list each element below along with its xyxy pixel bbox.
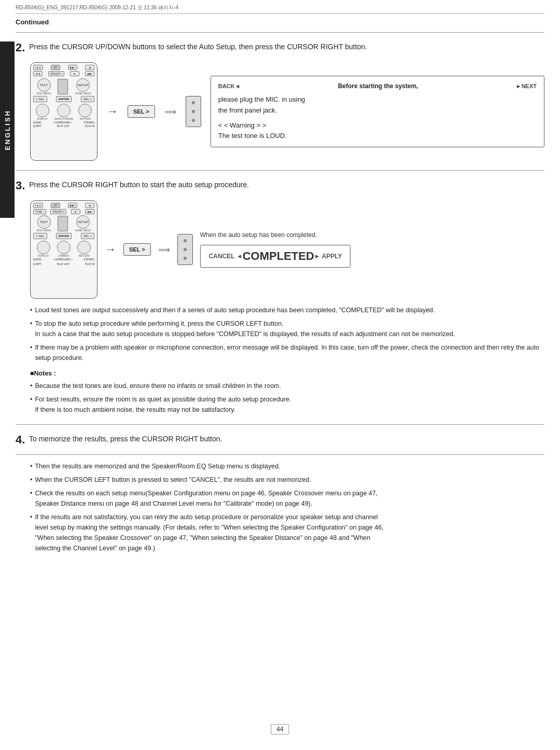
info-box-back: BACK◄ xyxy=(218,82,241,91)
header-left: RD-8504(G)_ENG_091217:RD-8504(G) 2009-12… xyxy=(16,4,178,11)
completed-label: COMPLETED xyxy=(243,249,314,263)
bullet-section-step3: • Loud test tones are output successivel… xyxy=(30,305,544,363)
bullet-dot-2: • xyxy=(30,342,32,363)
bullet4-item-3: • If the results are not satisfactory, y… xyxy=(30,512,544,553)
rc-audio-label: AUDIO xyxy=(33,121,41,124)
rc-btn-skip-fwd: ▶▶| xyxy=(68,65,77,70)
rc3-display-label: DISPLAY xyxy=(38,254,49,257)
rc-nav-row: < SEL ENTER SEL > xyxy=(33,96,94,102)
continued-label: Continued xyxy=(16,18,544,26)
rc-btn-stop: ■ xyxy=(85,65,94,70)
arrow2-step2: ⟹ xyxy=(164,107,176,117)
sel-button-step3: SEL > xyxy=(123,243,151,256)
bullet-item-2: • If there may be a problem with speaker… xyxy=(30,342,544,363)
rc-setup-group: SETUP HOME MENU xyxy=(75,78,91,95)
ri-dot-2 xyxy=(192,110,195,113)
step-3-text: Press the CURSOR RIGHT button to start t… xyxy=(29,180,249,189)
notes-item-1: • For best results, ensure the room is a… xyxy=(30,394,544,415)
rc3-playm-label: PLAY M xyxy=(85,262,94,266)
step-2-number: 2. xyxy=(16,41,25,54)
step-2-text: Press the CURSOR UP/DOWN buttons to sele… xyxy=(29,43,367,51)
rc-search-mode-btn xyxy=(57,104,71,117)
rc3-display-btn xyxy=(37,241,50,254)
rc3-return-group: RETURN xyxy=(77,241,91,257)
step-3-diagram: |◄◄ 4/7 ▶▶| ■ TUNE - PRESET+ ► ▶▶ TEST xyxy=(30,200,544,299)
completed-cancel: CANCEL ◄ xyxy=(209,253,243,260)
step-2-title: 2. Press the CURSOR UP/DOWN buttons to s… xyxy=(16,39,544,56)
rc3-enter-btn: ENTER xyxy=(56,233,72,239)
rc-display-group: DISPLAY xyxy=(36,104,49,120)
rc3-btn-stop: ■ xyxy=(85,203,94,208)
rc-display-btn xyxy=(36,104,49,117)
completed-apply: ► APPLY xyxy=(314,253,342,260)
rc-disc-menu-label: DISC MENU xyxy=(36,92,51,95)
step-3-number: 3. xyxy=(16,179,25,192)
notes-dot-0: • xyxy=(30,381,32,391)
rc-btn-play: ► xyxy=(70,71,79,76)
rc-display-row: DISPLAY SEARCH MODE RETURN xyxy=(33,104,94,120)
rc-playlist-label: PLAY LIST xyxy=(57,124,69,128)
ri3-dot-1 xyxy=(184,239,187,242)
step-2-diagram: |◄◄ 4/7 ▶▶| ■ ◄◄ PRESET+ ► ▶▶ TEST xyxy=(30,62,544,161)
step-2: 2. Press the CURSOR UP/DOWN buttons to s… xyxy=(16,39,544,161)
bullet-dot-0: • xyxy=(30,305,32,315)
remote-control-step2: |◄◄ 4/7 ▶▶| ■ ◄◄ PRESET+ ► ▶▶ TEST xyxy=(30,62,97,161)
rc-setup-btn: SETUP xyxy=(76,78,90,92)
info-box-body1: please plug the MIC. in using xyxy=(218,94,537,105)
sidebar-label: ENGLISH xyxy=(0,41,15,218)
notes-section: ■Notes : • Because the test tones are lo… xyxy=(30,368,544,415)
bullet4-text-3: If the results are not satisfactory, you… xyxy=(35,512,383,553)
rc-btn-skip-back: |◄◄ xyxy=(33,65,43,70)
rc3-btn-skip-back: |◄◄ xyxy=(33,203,43,208)
info-box-warning-title: < < Warning > > xyxy=(218,120,537,131)
info-box-body2: the front panel jack. xyxy=(218,105,537,116)
bullet4-item-2: • Check the results on each setup menu(S… xyxy=(30,488,544,509)
notes-text-1: For best results, ensure the room is as … xyxy=(35,394,291,415)
info-box-title: Before starting the system, xyxy=(338,81,418,91)
bullet-dot-1: • xyxy=(30,318,32,339)
rc-test-group: TEST DISC MENU xyxy=(36,78,51,95)
rc-return-label: RETURN xyxy=(80,117,91,120)
rc3-audio-row: AUDIO —SURROUND— STEREO xyxy=(33,258,94,261)
rc-return-group: RETURN xyxy=(78,104,92,120)
rc-return-btn xyxy=(78,104,92,117)
rc3-setup-group: SETUP HOME MENU xyxy=(75,215,91,232)
rc3-btn-skip-fwd: ▶▶| xyxy=(68,203,77,208)
divider-step3 xyxy=(16,170,544,171)
rc3-test-group: TEST DISC MENU xyxy=(36,215,51,232)
rc-surround-label: —SURROUND— xyxy=(52,121,73,124)
bullet-text-0: Loud test tones are output successively … xyxy=(35,305,435,315)
rc-sel-right: SEL > xyxy=(81,96,94,102)
bullet4-text-0: Then the results are memorized and the S… xyxy=(35,461,280,471)
rc3-surround-label: —SURROUND— xyxy=(52,258,73,261)
notes-text-0: Because the test tones are loud, ensure … xyxy=(35,381,281,391)
divider-step4 xyxy=(16,424,544,425)
rc3-test-btn: TEST xyxy=(37,215,51,229)
remote-control-step3: |◄◄ 4/7 ▶▶| ■ TUNE - PRESET+ ► ▶▶ TEST xyxy=(30,200,97,299)
rc3-play: ► xyxy=(71,209,80,214)
bullet4-dot-2: • xyxy=(30,488,32,509)
rc-center-panel xyxy=(58,79,68,94)
rc3-disc-menu: DISC MENU xyxy=(36,229,51,232)
ri3-dot-3 xyxy=(184,257,187,260)
completed-caption: When the auto setup has been completed. xyxy=(200,231,351,239)
rc3-btn-47: 4/7 xyxy=(51,203,60,208)
bullet-text-1: To stop the auto setup procedure while p… xyxy=(35,318,455,339)
ri-dot-3 xyxy=(192,119,195,122)
rc3-dimmer-btn xyxy=(57,241,71,254)
page-number: 44 xyxy=(271,724,289,734)
rc3-tune-label: TUNE - xyxy=(33,209,46,214)
step-3: 3. Press the CURSOR RIGHT button to star… xyxy=(16,177,544,415)
rc-sel-left: < SEL xyxy=(33,96,47,102)
step-4-text: To memorize the results, press the CURSO… xyxy=(29,435,222,443)
info-box-header: BACK◄ Before starting the system, ►NEXT xyxy=(218,81,537,91)
sel-button-step2: SEL > xyxy=(128,105,155,118)
rc3-preset: PRESET+ xyxy=(50,209,66,214)
main-content: Continued 2. Press the CURSOR UP/DOWN bu… xyxy=(16,0,544,553)
rc-btn-prev: ◄◄ xyxy=(33,71,43,76)
remote-indicator-step2 xyxy=(186,96,201,127)
arrow-step2: → xyxy=(107,105,118,118)
step-4-number: 4. xyxy=(16,433,25,446)
rc3-dimmer-label: DIMMER xyxy=(59,254,69,257)
rc-qrpt-label: Q-RPT xyxy=(33,124,41,128)
